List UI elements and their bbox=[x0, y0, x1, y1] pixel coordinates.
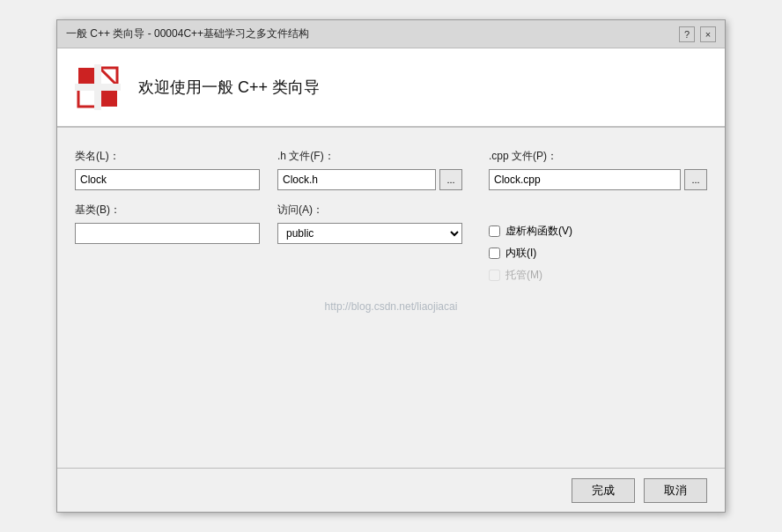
base-class-input[interactable] bbox=[75, 223, 260, 244]
class-name-col: 类名(L)： bbox=[75, 149, 260, 190]
svg-marker-3 bbox=[100, 68, 117, 85]
help-button[interactable]: ? bbox=[679, 26, 695, 42]
h-file-col: .h 文件(F)： ... bbox=[277, 149, 471, 190]
cpp-file-input-row: ... bbox=[489, 169, 707, 190]
watermark-text: http://blog.csdn.net/liaojiacai bbox=[325, 300, 458, 313]
access-col: 访问(A)： public protected private bbox=[277, 203, 471, 244]
class-name-label: 类名(L)： bbox=[75, 149, 260, 164]
title-bar-left: 一般 C++ 类向导 - 00004C++基础学习之多文件结构 bbox=[66, 26, 309, 41]
h-file-input-row: ... bbox=[277, 169, 471, 190]
dialog: 一般 C++ 类向导 - 00004C++基础学习之多文件结构 ? × 欢迎使用… bbox=[56, 19, 726, 513]
checkbox-group: 虚析构函数(V) 内联(I) 托管(M) bbox=[489, 224, 707, 283]
wizard-logo bbox=[75, 64, 121, 110]
watermark: http://blog.csdn.net/liaojiacai bbox=[75, 300, 707, 313]
inline-item: 内联(I) bbox=[489, 246, 707, 261]
cpp-file-col: .cpp 文件(P)： ... bbox=[489, 149, 707, 190]
title-bar: 一般 C++ 类向导 - 00004C++基础学习之多文件结构 ? × bbox=[57, 20, 725, 48]
inline-label: 内联(I) bbox=[505, 246, 536, 261]
options-col: 虚析构函数(V) 内联(I) 托管(M) bbox=[489, 203, 707, 283]
access-select[interactable]: public protected private bbox=[277, 223, 462, 244]
virtual-destructor-checkbox[interactable] bbox=[489, 225, 500, 237]
svg-rect-2 bbox=[78, 89, 96, 107]
header-section: 欢迎使用一般 C++ 类向导 bbox=[57, 48, 725, 128]
access-label: 访问(A)： bbox=[277, 203, 471, 218]
virtual-destructor-item: 虚析构函数(V) bbox=[489, 224, 707, 239]
h-file-browse-button[interactable]: ... bbox=[439, 169, 462, 190]
svg-rect-5 bbox=[75, 84, 121, 91]
svg-rect-0 bbox=[78, 68, 96, 85]
title-text: 一般 C++ 类向导 - 00004C++基础学习之多文件结构 bbox=[66, 26, 309, 41]
cpp-file-label: .cpp 文件(P)： bbox=[489, 149, 707, 164]
svg-rect-1 bbox=[100, 89, 117, 107]
base-class-label: 基类(B)： bbox=[75, 203, 260, 218]
cpp-file-browse-button[interactable]: ... bbox=[684, 169, 707, 190]
managed-checkbox[interactable] bbox=[489, 270, 500, 281]
close-button[interactable]: × bbox=[700, 26, 716, 42]
virtual-destructor-label: 虚析构函数(V) bbox=[505, 224, 572, 239]
managed-item: 托管(M) bbox=[489, 268, 707, 283]
form-row-2: 基类(B)： 访问(A)： public protected private bbox=[75, 203, 707, 283]
base-class-col: 基类(B)： bbox=[75, 203, 260, 244]
h-file-input[interactable] bbox=[277, 169, 436, 190]
content-section: 类名(L)： .h 文件(F)： ... .cpp 文件(P)： ... bbox=[57, 128, 725, 468]
managed-label: 托管(M) bbox=[505, 268, 542, 283]
class-name-input[interactable] bbox=[75, 169, 260, 190]
inline-checkbox[interactable] bbox=[489, 248, 500, 259]
finish-button[interactable]: 完成 bbox=[572, 478, 635, 503]
footer-section: 完成 取消 bbox=[57, 468, 725, 512]
h-file-label: .h 文件(F)： bbox=[277, 149, 471, 164]
form-row-1: 类名(L)： .h 文件(F)： ... .cpp 文件(P)： ... bbox=[75, 149, 707, 190]
header-title: 欢迎使用一般 C++ 类向导 bbox=[138, 77, 320, 98]
logo-svg bbox=[75, 64, 121, 110]
title-bar-right: ? × bbox=[679, 26, 716, 42]
cpp-file-input[interactable] bbox=[489, 169, 681, 190]
cancel-button[interactable]: 取消 bbox=[644, 478, 707, 503]
